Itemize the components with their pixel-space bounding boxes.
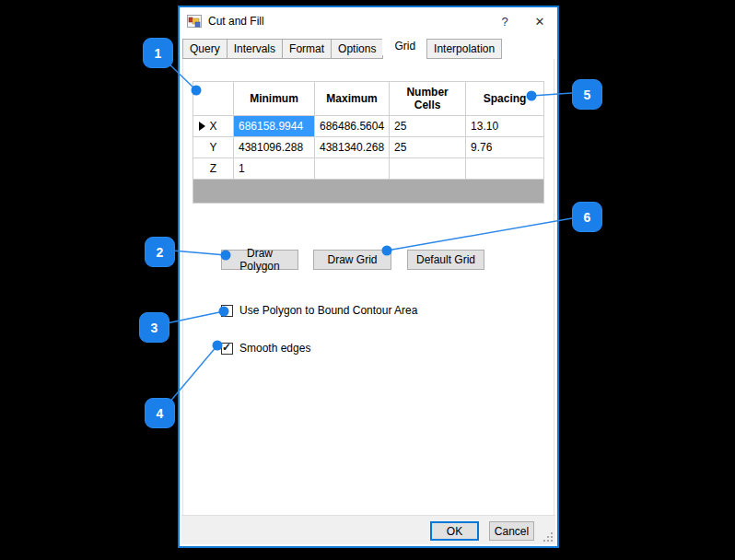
table-row-z: Z 1 [193,158,544,180]
column-header-minimum[interactable]: Minimum [234,82,315,116]
cell-y-spacing[interactable]: 9.76 [466,137,544,158]
tab-interpolation[interactable]: Interpolation [426,39,502,59]
tab-strip: Query Intervals Format Options Grid Inte… [182,37,554,59]
app-form-icon [187,14,202,29]
callout-badge-5: 5 [572,79,602,110]
cell-y-maximum[interactable]: 4381340.268 [315,137,390,158]
current-row-indicator-icon [199,122,205,131]
tab-query[interactable]: Query [182,39,228,59]
grid-filler-row [193,180,544,204]
tab-options[interactable]: Options [331,39,383,59]
window-title: Cut and Fill [208,15,264,28]
screenshot-canvas: Cut and Fill ? ✕ Query Intervals Format … [0,0,735,560]
use-polygon-checkbox[interactable] [221,305,233,317]
tab-intervals[interactable]: Intervals [227,39,283,59]
callout-badge-2: 2 [145,237,175,267]
table-row-y: Y 4381096.288 4381340.268 25 9.76 [193,137,544,158]
callout-badge-1: 1 [143,38,173,68]
grid-empty-area [193,180,544,204]
resize-grip[interactable] [544,533,553,542]
cell-x-maximum[interactable]: 686486.5604 [315,116,390,137]
cell-x-spacing[interactable]: 13.10 [466,116,544,137]
cancel-button[interactable]: Cancel [489,521,534,541]
title-bar: Cut and Fill ? ✕ [180,7,557,35]
use-polygon-checkbox-row[interactable]: Use Polygon to Bound Contour Area [221,304,417,317]
tab-grid[interactable]: Grid [382,37,427,55]
cell-z-number-cells[interactable] [390,158,466,180]
row-header-x[interactable]: X [193,116,234,137]
dialog-footer: OK Cancel [181,515,555,544]
ok-button[interactable]: OK [430,521,479,541]
cell-x-number-cells[interactable]: 25 [390,116,466,137]
cell-z-spacing[interactable] [466,158,544,180]
help-button[interactable]: ? [487,7,522,35]
column-header-maximum[interactable]: Maximum [315,82,390,116]
callout-badge-4: 4 [145,398,175,428]
table-header-row: Minimum Maximum Number Cells Spacing [193,82,544,116]
use-polygon-checkbox-label[interactable]: Use Polygon to Bound Contour Area [239,304,417,317]
row-header-z[interactable]: Z [193,158,234,180]
tab-format[interactable]: Format [282,39,332,59]
smooth-edges-checkbox-row[interactable]: Smooth edges [221,342,310,355]
cell-y-minimum[interactable]: 4381096.288 [234,137,315,158]
draw-polygon-button[interactable]: Draw Polygon [221,250,298,270]
callout-badge-3: 3 [139,312,169,343]
cell-y-number-cells[interactable]: 25 [390,137,466,158]
column-header-spacing[interactable]: Spacing [466,82,544,116]
cell-z-minimum[interactable]: 1 [234,158,315,180]
grid-settings-table: Minimum Maximum Number Cells Spacing X 6… [192,81,544,204]
row-header-y[interactable]: Y [193,137,234,158]
cell-z-maximum[interactable] [315,158,390,180]
draw-grid-button[interactable]: Draw Grid [313,250,391,270]
smooth-edges-checkbox-label[interactable]: Smooth edges [239,342,310,355]
cut-and-fill-dialog: Cut and Fill ? ✕ Query Intervals Format … [178,6,559,548]
column-header-number-cells[interactable]: Number Cells [390,82,466,116]
corner-header-cell[interactable] [193,82,234,116]
close-button[interactable]: ✕ [522,7,557,35]
smooth-edges-checkbox[interactable] [221,343,233,355]
default-grid-button[interactable]: Default Grid [407,250,484,270]
cell-x-minimum[interactable]: 686158.9944 [234,116,315,137]
callout-badge-6: 6 [572,202,602,232]
table-row-x: X 686158.9944 686486.5604 25 13.10 [193,116,544,137]
